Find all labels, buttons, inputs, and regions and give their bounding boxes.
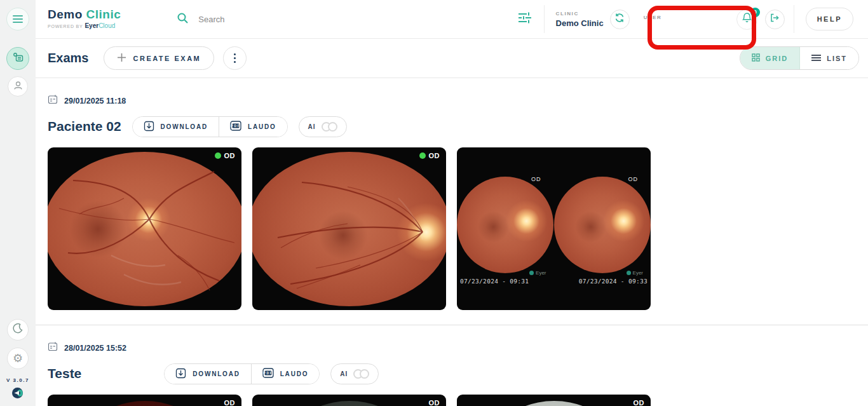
vessels-art [48, 147, 241, 310]
logout-button[interactable] [765, 10, 785, 29]
eyer-watermark: Eyer [627, 270, 643, 276]
exam-images-row: OD [48, 147, 868, 310]
download-icon [144, 121, 154, 133]
search-icon [177, 12, 189, 27]
grid-view-button[interactable]: GRID [740, 47, 801, 69]
exam-actions: DOWNLOAD PDF LAUDO [164, 363, 320, 384]
status-dot-icon [215, 152, 221, 159]
ai-toggle[interactable]: AI [299, 116, 347, 137]
fundus-photo [267, 401, 432, 406]
ai-label: AI [308, 123, 316, 130]
exam-date-row: 29/01/2025 11:18 [48, 94, 868, 107]
exams-toolbar: Exams CREATE EXAM GRID [36, 39, 868, 78]
pdf-icon: PDF [262, 368, 274, 379]
eyer-watermark: Eyer [529, 270, 546, 276]
fundus-photo [62, 401, 227, 406]
menu-hamburger-button[interactable] [6, 8, 29, 30]
refresh-clinic-button[interactable] [610, 10, 630, 29]
exam-datetime: 28/01/2025 15:52 [64, 344, 126, 353]
sidebar: ⚙ V 3.0.7 [0, 0, 36, 406]
list-view-button[interactable]: LIST [800, 47, 858, 69]
refresh-icon [614, 13, 625, 25]
header-right-cluster: CLINIC Demo Clinic USER 0 [517, 0, 868, 38]
capture-timestamp: 07/23/2024 - 09:31 [460, 278, 529, 285]
eye-label: OD [531, 176, 541, 182]
svg-text:PDF: PDF [263, 371, 273, 375]
eye-badge: OD [429, 399, 440, 406]
search-input[interactable] [198, 15, 287, 24]
exams-more-options-button[interactable] [223, 46, 247, 70]
download-label: DOWNLOAD [161, 123, 208, 130]
exam-actions: DOWNLOAD PDF LAUDO [132, 116, 288, 137]
app-version: V 3.0.7 [6, 377, 29, 383]
settings-button[interactable]: ⚙ [7, 348, 29, 369]
dark-mode-toggle-button[interactable] [7, 319, 29, 341]
exam-title-row: Teste DOWNLOAD [48, 363, 868, 384]
download-button[interactable]: DOWNLOAD [165, 364, 250, 384]
create-exam-label: CREATE EXAM [133, 55, 201, 62]
filter-sliders-icon[interactable] [517, 11, 532, 27]
laudo-label: LAUDO [248, 123, 276, 130]
fundus-image-card-dual[interactable]: OD 07/23/2024 - 09:31 Eyer OD 07/23/2024… [457, 147, 651, 310]
user-selector[interactable]: USER [630, 0, 736, 38]
notifications-button[interactable]: 0 [736, 9, 757, 30]
fundus-image-card[interactable]: OD [252, 395, 446, 406]
patient-icon [13, 80, 24, 93]
create-exam-button[interactable]: CREATE EXAM [104, 46, 215, 70]
fundus-image-card[interactable]: OD [457, 395, 651, 406]
fundus-photo [554, 177, 651, 273]
fundus-image-card[interactable]: OD [48, 147, 241, 310]
header-divider [544, 5, 545, 33]
fundus-panel-right: OD 07/23/2024 - 09:33 Eyer [554, 147, 651, 310]
fundus-image-card[interactable]: OD [252, 147, 446, 310]
laudo-button[interactable]: PDF LAUDO [219, 117, 287, 137]
list-label: LIST [827, 55, 847, 62]
fundus-image-card[interactable]: OD [48, 395, 241, 406]
eye-badge: OD [634, 399, 645, 406]
sidebar-bottom: ⚙ V 3.0.7 [6, 312, 29, 406]
pdf-icon: PDF [230, 121, 241, 132]
sidebar-item-exams[interactable] [6, 47, 29, 70]
download-label: DOWNLOAD [193, 370, 240, 377]
patient-name: Paciente 02 [48, 119, 121, 134]
exam-group-separator [36, 325, 868, 325]
eye-badge: OD [215, 152, 236, 159]
eye-badge: OD [419, 152, 440, 159]
exam-group: 28/01/2025 15:52 Teste DOWNLOAD [36, 341, 868, 406]
header-divider-2 [794, 5, 794, 33]
sidebar-item-patients[interactable] [8, 76, 28, 97]
help-button[interactable]: HELP [806, 8, 853, 30]
exam-datetime: 29/01/2025 11:18 [64, 97, 126, 105]
exam-date-row: 28/01/2025 15:52 [48, 341, 868, 355]
ai-label: AI [340, 370, 348, 377]
grid-icon [752, 53, 760, 63]
laudo-button[interactable]: PDF LAUDO [252, 364, 320, 384]
calendar-icon [48, 341, 58, 355]
moon-icon [12, 323, 24, 337]
capture-timestamp: 07/23/2024 - 09:33 [579, 278, 648, 285]
download-button[interactable]: DOWNLOAD [133, 117, 219, 137]
eye-label: OD [224, 399, 236, 406]
plus-icon [117, 53, 126, 64]
laudo-label: LAUDO [280, 370, 309, 377]
brand-eyer: Eyer [85, 22, 98, 29]
ai-toggle[interactable]: AI [330, 363, 379, 384]
exam-images-row: OD OD OD [48, 395, 868, 406]
vessels-art [252, 147, 446, 310]
download-icon [175, 368, 186, 380]
clinic-selector: CLINIC Demo Clinic [556, 11, 604, 28]
fundus-panel-left: OD 07/23/2024 - 09:31 Eyer [457, 147, 554, 310]
exam-title-row: Paciente 02 DOWNLOAD [48, 116, 868, 137]
exam-group: 29/01/2025 11:18 Paciente 02 DOWNLOAD [36, 94, 868, 310]
exam-list-icon [12, 51, 24, 66]
app-logo: Demo Clinic POWERED BY EyerCloud [48, 8, 121, 30]
user-label: USER [644, 15, 662, 20]
clinic-value: Demo Clinic [556, 18, 604, 28]
main-content: Exams CREATE EXAM GRID [36, 39, 868, 406]
eye-badge: OD [224, 399, 236, 406]
brand-cloud: Cloud [98, 22, 115, 29]
eye-label: OD [429, 399, 440, 406]
phelcom-logo-icon [12, 388, 23, 398]
clinic-label: CLINIC [556, 11, 604, 17]
app-header: Demo Clinic POWERED BY EyerCloud CLINIC … [36, 0, 868, 39]
